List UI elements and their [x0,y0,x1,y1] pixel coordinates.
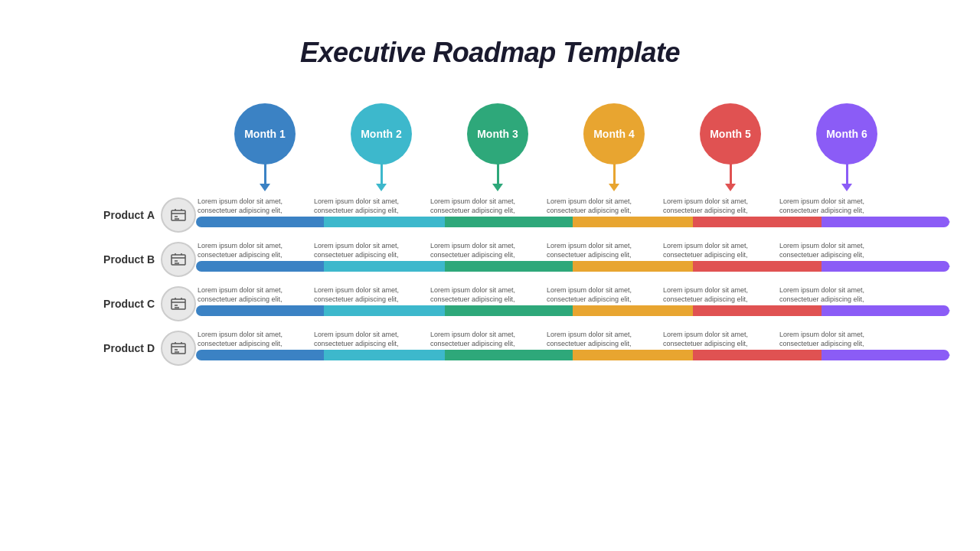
month-4-circle: Month 4 [583,103,645,165]
product-d-row: Product D Lorem ipsum dolor sit amet, co… [77,331,949,366]
page-title: Executive Roadmap Template [0,0,980,84]
timeline-header: Month 1 Month 2 Month 3 Month 4 [0,84,980,191]
month-5-pin: Month 5 [672,103,789,191]
month-3-pin: Month 3 [439,103,556,191]
product-a-row: Product A Lorem ipsum dolor sit amet, co… [77,197,949,233]
product-b-icon [161,242,196,277]
product-c-row: Product C Lorem ipsum dolor sit amet, co… [77,286,949,321]
page: Executive Roadmap Template Month 1 Month… [0,0,980,551]
product-d-label: Product D [77,342,161,354]
product-a-icon [161,197,196,233]
month-4-pin: Month 4 [556,103,672,191]
product-c-label: Product C [77,298,161,310]
product-b-bar: Lorem ipsum dolor sit amet, consectetuer… [196,242,949,277]
product-b-row: Product B Lorem ipsum dolor sit amet, co… [77,242,949,277]
month-1-pin: Month 1 [207,103,323,191]
product-c-icon [161,286,196,321]
month-5-circle: Month 5 [700,103,761,165]
month-2-circle: Month 2 [351,103,412,165]
month-6-circle: Month 6 [816,103,877,165]
month-6-pin: Month 6 [789,103,905,191]
product-d-icon [161,331,196,366]
product-c-bar: Lorem ipsum dolor sit amet, consectetuer… [196,286,949,321]
product-d-bar: Lorem ipsum dolor sit amet, consectetuer… [196,331,949,366]
title-text: Executive Roadmap Template [300,37,680,68]
product-b-label: Product B [77,253,161,266]
month-2-pin: Month 2 [323,103,439,191]
product-a-bar: Lorem ipsum dolor sit amet, consectetuer… [196,197,949,233]
month-1-circle: Month 1 [234,103,296,165]
month-3-circle: Month 3 [467,103,528,165]
product-a-label: Product A [77,209,161,221]
products-area: Product A Lorem ipsum dolor sit amet, co… [0,197,980,366]
